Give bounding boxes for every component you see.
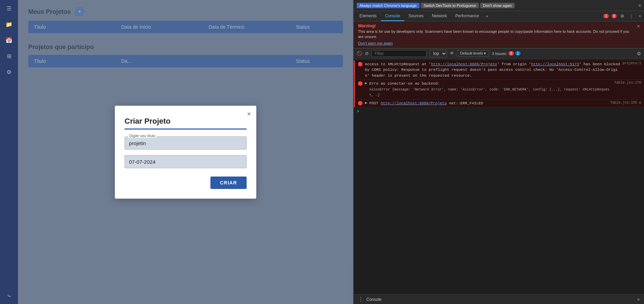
console-clear-icon[interactable]: 🚫: [357, 51, 362, 56]
sidebar-icon-export[interactable]: ⤷: [4, 291, 14, 301]
modal-title: Criar Projeto: [125, 117, 247, 130]
warning-text-block: Warning! This area is for use by develop…: [358, 23, 634, 46]
tab-performance[interactable]: Performance: [451, 11, 483, 21]
devtools-more-btn[interactable]: ⋮: [628, 13, 635, 19]
bottombar-dots-icon[interactable]: ⋮: [358, 296, 364, 303]
console-entry-cors: 🔴 Access to XMLHttpRequest at 'http://lo…: [354, 60, 644, 80]
modal-close-button[interactable]: ×: [247, 111, 251, 118]
modal-footer: CRIAR: [125, 177, 247, 189]
devtools-bottombar: ⋮ Console ×: [354, 294, 644, 304]
entry-location-axios: Table.jsx:170: [614, 81, 641, 85]
error-icon-3: 🔴: [358, 101, 363, 106]
devtools-close-btn[interactable]: ×: [637, 13, 643, 19]
console-content: 🔴 Access to XMLHttpRequest at 'http://lo…: [354, 59, 644, 294]
sidebar-icon-grid[interactable]: ⊞: [4, 51, 14, 61]
sidebar: ☰ 📁 📅 ⊞ ⚙ ⤷: [0, 0, 18, 304]
entry-text-cors: Access to XMLHttpRequest at 'http://loca…: [365, 61, 621, 79]
error-icon-1: 🔴: [358, 62, 363, 67]
console-top-select[interactable]: top: [429, 50, 447, 57]
console-filter-input[interactable]: [371, 50, 427, 57]
issues-badge-blue: 1: [515, 51, 521, 56]
titulo-field-label: Digite seu título: [128, 134, 157, 138]
console-prompt[interactable]: >: [354, 107, 644, 115]
console-entry-post: 🔴 ▶ POST http://localhost:8080/Projeto n…: [354, 99, 644, 108]
app-area: ☰ 📁 📅 ⊞ ⚙ ⤷ Meus Projetos + Título Data …: [0, 0, 353, 304]
entry-location-post: Table.jsx:155 ⚙: [610, 101, 641, 105]
devtools-tab-icons: 3 8 ⚙ ⋮ ×: [603, 13, 643, 19]
date-input[interactable]: [129, 159, 242, 165]
console-entry-axios: 🔴 ▶ Erro ao conectar-se ao backend: Axio…: [354, 80, 644, 99]
tab-network[interactable]: Network: [428, 11, 451, 21]
bottombar-close-button[interactable]: ×: [637, 297, 640, 302]
devtools-tab-bar: Elements Console Sources Network Perform…: [354, 11, 644, 21]
sidebar-icon-calendar[interactable]: 📅: [4, 35, 14, 45]
entry-link-cors-1[interactable]: http://localhost:8080/Projeto: [431, 62, 497, 66]
entry-link-post[interactable]: http://localhost:8080/Projeto: [381, 101, 447, 105]
tab-more[interactable]: »: [483, 12, 491, 21]
tab-sources[interactable]: Sources: [404, 11, 428, 21]
entry-text-post: POST http://localhost:8080/Projeto net::…: [369, 101, 608, 106]
error-icon-2: 🔴: [358, 81, 363, 86]
console-eye-icon[interactable]: 👁: [450, 51, 454, 56]
console-filter-icon[interactable]: ⊘: [365, 51, 369, 56]
modal-overlay: × Criar Projeto Digite seu título CRIAR: [18, 0, 353, 304]
entry-text-axios: Erro ao conectar-se ao backend: AxiosErr…: [369, 81, 612, 98]
entry-toggle-post[interactable]: ▶: [365, 101, 367, 105]
entry-location-cors: projeto:1: [623, 61, 641, 65]
devtools-topbar: Always match Chrome's language Switch De…: [354, 0, 644, 11]
console-issues-badge: 3 Issues: 8 1: [492, 51, 521, 56]
lang-btn-switch[interactable]: Switch DevTools to Portuguese: [421, 3, 479, 8]
error-badge-2: 8: [612, 14, 617, 18]
devtools-topbar-close[interactable]: ×: [638, 3, 641, 8]
warning-title: Warning!: [358, 23, 634, 28]
titulo-input[interactable]: [129, 140, 242, 146]
sidebar-icon-menu[interactable]: ☰: [4, 3, 14, 13]
main-content: Meus Projetos + Título Data de Início Da…: [18, 0, 353, 304]
error-badge-1: 3: [603, 14, 609, 18]
sidebar-icon-settings[interactable]: ⚙: [4, 67, 14, 77]
dont-warn-link[interactable]: Don't warn me again: [358, 41, 393, 45]
bottombar-label: Console: [366, 297, 382, 302]
lang-btn-dontshow[interactable]: Don't show again: [480, 3, 515, 8]
entry-link-cors-2[interactable]: http://localhost:5173: [531, 62, 579, 66]
issues-badge-red: 8: [508, 51, 514, 56]
issues-label: 3 Issues:: [492, 51, 507, 56]
prompt-symbol: >: [357, 109, 359, 114]
criar-button[interactable]: CRIAR: [210, 177, 247, 189]
titulo-field-wrapper: Digite seu título: [125, 136, 247, 150]
sidebar-icon-folder[interactable]: 📁: [4, 19, 14, 29]
modal-body: Digite seu título: [125, 136, 247, 168]
tab-elements[interactable]: Elements: [355, 11, 381, 21]
console-gear-icon[interactable]: ⚙: [637, 51, 641, 56]
devtools-panel: Always match Chrome's language Switch De…: [353, 0, 644, 304]
entry-toggle-axios[interactable]: ▶: [365, 81, 367, 85]
warning-body: This area is for use by developers only.…: [358, 29, 634, 40]
console-levels-button[interactable]: Default levels ▾: [457, 50, 489, 57]
devtools-settings-btn[interactable]: ⚙: [619, 13, 626, 19]
date-field-wrapper: [125, 155, 247, 168]
warning-close-button[interactable]: ×: [637, 23, 640, 29]
console-toolbar: 🚫 ⊘ top 👁 Default levels ▾ 3 Issues: 8 1…: [354, 48, 644, 59]
lang-btn-match[interactable]: Always match Chrome's language: [357, 3, 419, 8]
tab-console[interactable]: Console: [381, 11, 404, 21]
criar-projeto-modal: × Criar Projeto Digite seu título CRIAR: [115, 106, 256, 199]
devtools-warning-bar: Warning! This area is for use by develop…: [354, 21, 644, 48]
